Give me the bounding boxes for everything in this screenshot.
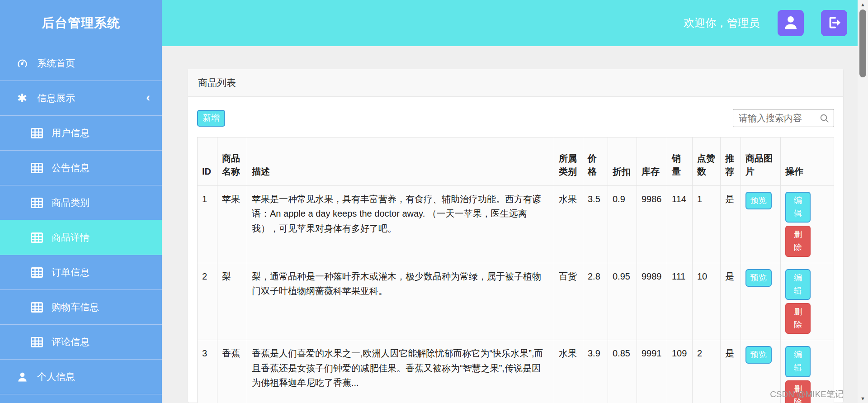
column-header: 商品图片 bbox=[741, 137, 781, 186]
cell-desc: 梨，通常品种是一种落叶乔木或灌木，极少数品种为常绿，属于被子植物门双子叶植物纲蔷… bbox=[247, 263, 554, 340]
table-icon bbox=[29, 232, 44, 243]
cell-name: 苹果 bbox=[217, 186, 247, 263]
sidebar-item-7[interactable]: 购物车信息 bbox=[0, 290, 162, 325]
column-header: 库存 bbox=[637, 137, 667, 186]
delete-button[interactable]: 删除 bbox=[785, 303, 811, 334]
edit-button[interactable]: 编辑 bbox=[785, 269, 811, 300]
csdn-watermark: CSDN @MIKE笔记 bbox=[770, 389, 844, 400]
cell-category: 水果 bbox=[554, 340, 583, 403]
column-header: 描述 bbox=[247, 137, 554, 186]
column-header: 折扣 bbox=[608, 137, 637, 186]
column-header: 操作 bbox=[781, 137, 834, 186]
cell-discount: 0.9 bbox=[608, 186, 637, 263]
sidebar-item-5[interactable]: 商品详情 bbox=[0, 220, 162, 255]
table-icon bbox=[29, 302, 44, 313]
welcome-text: 欢迎你，管理员 bbox=[684, 16, 760, 30]
edit-button[interactable]: 编辑 bbox=[785, 346, 811, 377]
cell-id: 2 bbox=[198, 263, 217, 340]
cell-price: 2.8 bbox=[583, 263, 608, 340]
sidebar-item-label: 个人信息 bbox=[37, 370, 75, 383]
card-body: 新增 ID商品名称描述所属类别价格折扣库存销量点赞数推荐商品图片操作 1苹果苹果… bbox=[188, 97, 843, 403]
cell-likes: 10 bbox=[693, 263, 721, 340]
cell-stock: 9989 bbox=[637, 263, 667, 340]
table-icon bbox=[29, 337, 44, 347]
logout-icon bbox=[826, 15, 842, 32]
cell-price: 3.5 bbox=[583, 186, 608, 263]
vertical-scrollbar: ▲ ▼ bbox=[858, 0, 868, 403]
cell-category: 百货 bbox=[554, 263, 583, 340]
cell-discount: 0.85 bbox=[608, 340, 637, 403]
cell-sales: 111 bbox=[667, 263, 693, 340]
cell-actions: 编辑删除 bbox=[781, 263, 834, 340]
logout-button[interactable] bbox=[821, 10, 847, 36]
search-icon[interactable] bbox=[819, 113, 830, 125]
user-icon bbox=[14, 371, 30, 383]
column-header: 销量 bbox=[667, 137, 693, 186]
sidebar-item-4[interactable]: 商品类别 bbox=[0, 185, 162, 220]
add-button[interactable]: 新增 bbox=[197, 110, 225, 127]
scroll-up-icon[interactable]: ▲ bbox=[858, 2, 868, 7]
sidebar: 后台管理系统 系统首页✱信息展示‹用户信息公告信息商品类别商品详情订单信息购物车… bbox=[0, 0, 162, 403]
scroll-down-icon[interactable]: ▼ bbox=[858, 396, 868, 401]
column-header: 点赞数 bbox=[693, 137, 721, 186]
cell-sales: 114 bbox=[667, 186, 693, 263]
preview-button[interactable]: 预览 bbox=[745, 269, 772, 287]
sidebar-item-9[interactable]: 个人信息 bbox=[0, 360, 162, 394]
product-list-card: 商品列表 新增 ID商品名称描述所属类别价格折扣库存销量点赞数推荐商品图片操作 … bbox=[188, 69, 844, 403]
table-head: ID商品名称描述所属类别价格折扣库存销量点赞数推荐商品图片操作 bbox=[198, 137, 834, 186]
sidebar-item-label: 公告信息 bbox=[52, 161, 90, 174]
collapse-chevron-icon[interactable]: ‹ bbox=[146, 90, 150, 104]
cell-id: 3 bbox=[198, 340, 217, 403]
dashboard-icon bbox=[14, 57, 30, 70]
sidebar-item-label: 系统首页 bbox=[37, 57, 75, 70]
scrollbar-thumb[interactable] bbox=[859, 9, 866, 77]
column-header: 推荐 bbox=[721, 137, 741, 186]
sidebar-item-label: 商品类别 bbox=[52, 196, 90, 209]
cell-discount: 0.95 bbox=[608, 263, 637, 340]
table-icon bbox=[29, 198, 44, 208]
column-header: 所属类别 bbox=[554, 137, 583, 186]
sidebar-item-label: 信息展示 bbox=[37, 92, 75, 104]
table-icon bbox=[29, 128, 44, 138]
cell-sales: 109 bbox=[667, 340, 693, 403]
table-row: 2梨梨，通常品种是一种落叶乔木或灌木，极少数品种为常绿，属于被子植物门双子叶植物… bbox=[198, 263, 834, 340]
user-icon bbox=[783, 14, 799, 32]
sidebar-item-label: 评论信息 bbox=[52, 336, 90, 348]
sidebar-item-6[interactable]: 订单信息 bbox=[0, 255, 162, 290]
card-title: 商品列表 bbox=[188, 69, 843, 97]
topbar: 欢迎你，管理员 bbox=[162, 0, 868, 46]
sidebar-item-label: 用户信息 bbox=[52, 127, 90, 139]
sidebar-item-label: 商品详情 bbox=[52, 231, 90, 244]
cell-desc: 苹果是一种常见水果，具有丰富营养，有食疗、辅助治疗功能。西方有谚语：An app… bbox=[247, 186, 554, 263]
cell-recommend: 是 bbox=[721, 340, 741, 403]
toolbar: 新增 bbox=[197, 109, 834, 127]
product-table: ID商品名称描述所属类别价格折扣库存销量点赞数推荐商品图片操作 1苹果苹果是一种… bbox=[197, 137, 834, 403]
column-header: 价格 bbox=[583, 137, 608, 186]
cell-category: 水果 bbox=[554, 186, 583, 263]
cell-recommend: 是 bbox=[721, 186, 741, 263]
profile-button[interactable] bbox=[778, 10, 804, 36]
sidebar-item-1[interactable]: ✱信息展示‹ bbox=[0, 81, 162, 116]
edit-button[interactable]: 编辑 bbox=[785, 192, 811, 223]
preview-button[interactable]: 预览 bbox=[745, 346, 772, 364]
sidebar-item-2[interactable]: 用户信息 bbox=[0, 116, 162, 151]
sidebar-item-label: 订单信息 bbox=[52, 266, 90, 279]
cell-desc: 香蕉是人们喜爱的水果之一,欧洲人因它能解除忧郁而称它为“快乐水果”,而且香蕉还是… bbox=[247, 340, 554, 403]
app-title: 后台管理系统 bbox=[0, 0, 162, 46]
preview-button[interactable]: 预览 bbox=[745, 192, 772, 209]
cell-id: 1 bbox=[198, 186, 217, 263]
column-header: ID bbox=[198, 137, 217, 186]
table-row: 1苹果苹果是一种常见水果，具有丰富营养，有食疗、辅助治疗功能。西方有谚语：An … bbox=[198, 186, 834, 263]
cell-actions: 编辑删除 bbox=[781, 186, 834, 263]
cell-picture: 预览 bbox=[741, 263, 781, 340]
cell-stock: 9991 bbox=[637, 340, 667, 403]
cell-name: 香蕉 bbox=[217, 340, 247, 403]
cell-name: 梨 bbox=[217, 263, 247, 340]
cell-recommend: 是 bbox=[721, 263, 741, 340]
sidebar-item-0[interactable]: 系统首页 bbox=[0, 46, 162, 81]
delete-button[interactable]: 删除 bbox=[785, 226, 811, 256]
sidebar-item-3[interactable]: 公告信息 bbox=[0, 151, 162, 185]
sidebar-menu: 系统首页✱信息展示‹用户信息公告信息商品类别商品详情订单信息购物车信息评论信息个… bbox=[0, 46, 162, 394]
table-row: 3香蕉香蕉是人们喜爱的水果之一,欧洲人因它能解除忧郁而称它为“快乐水果”,而且香… bbox=[198, 340, 834, 403]
sidebar-item-8[interactable]: 评论信息 bbox=[0, 325, 162, 360]
